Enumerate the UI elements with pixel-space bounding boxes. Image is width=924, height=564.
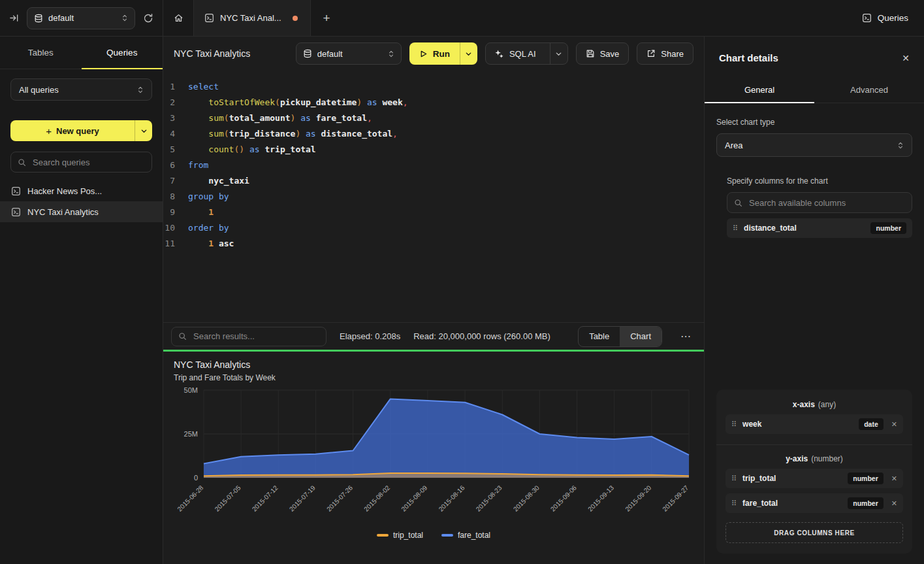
chart-type-select[interactable]: Area: [716, 133, 912, 157]
x-axis-items: ⠿weekdate✕: [725, 414, 903, 434]
legend-label: trip_total: [393, 531, 423, 540]
queries-icon: [862, 13, 872, 23]
query-file-icon: [11, 186, 21, 196]
tab-nyc-taxi-analytics[interactable]: NYC Taxi Anal...: [193, 0, 311, 36]
sql-ai-button[interactable]: SQL AI: [485, 42, 568, 65]
plus-icon: +: [323, 11, 330, 25]
remove-column-icon[interactable]: ✕: [891, 499, 897, 508]
code-text: select: [188, 79, 219, 95]
tab-advanced[interactable]: Advanced: [814, 76, 924, 103]
run-database-select[interactable]: default: [296, 42, 402, 65]
code-line[interactable]: 9 1: [163, 205, 704, 220]
query-list-item[interactable]: Hacker News Pos...: [0, 180, 163, 201]
chart-details-title: Chart details: [719, 52, 778, 63]
svg-text:2015-08-02: 2015-08-02: [362, 484, 391, 512]
sql-ai-label: SQL AI: [509, 49, 536, 59]
code-line[interactable]: 11 1 asc: [163, 236, 704, 252]
code-line[interactable]: 4 sum(trip_distance) as distance_total,: [163, 126, 704, 142]
new-tab-button[interactable]: +: [311, 0, 342, 36]
legend-item[interactable]: fare_total: [441, 531, 490, 540]
queries-button[interactable]: Queries: [862, 13, 908, 23]
elapsed-text: Elapsed: 0.208s: [340, 331, 400, 341]
save-button[interactable]: Save: [576, 42, 629, 65]
results-chart[interactable]: 025M50M2015-06-282015-07-052015-07-12201…: [174, 386, 693, 533]
column-type-badge: number: [870, 222, 906, 234]
remove-column-icon[interactable]: ✕: [891, 474, 897, 483]
new-query-label: New query: [56, 126, 99, 136]
search-results-input[interactable]: [192, 331, 319, 342]
code-line[interactable]: 5 count() as trip_total: [163, 142, 704, 158]
sql-ai-dropdown[interactable]: [550, 43, 567, 64]
svg-text:2015-07-12: 2015-07-12: [251, 484, 279, 512]
chart-details-header: Chart details ✕: [705, 37, 924, 76]
available-column-row[interactable]: ⠿distance_totalnumber: [727, 218, 912, 238]
line-number: 6: [163, 158, 188, 173]
line-number: 7: [163, 173, 188, 189]
columns-label: Specify columns for the chart: [727, 176, 912, 186]
code-line[interactable]: 2 toStartOfWeek(pickup_datetime) as week…: [163, 95, 704, 110]
home-icon: [174, 13, 183, 23]
y-axis-label: y-axis: [786, 454, 808, 463]
home-tab[interactable]: [163, 0, 193, 36]
main-header: NYC Taxi Analytics default: [163, 37, 704, 71]
line-number: 8: [163, 189, 188, 205]
tab-general[interactable]: General: [705, 76, 814, 103]
query-filter-select[interactable]: All queries: [10, 78, 152, 101]
sidebar-tab-queries[interactable]: Queries: [82, 37, 163, 69]
chevron-updown-icon: [121, 14, 128, 22]
search-icon: [734, 199, 742, 207]
new-query-dropdown[interactable]: [135, 120, 152, 141]
new-query-button[interactable]: + New query: [10, 120, 152, 141]
y-axis-column-row[interactable]: ⠿fare_totalnumber✕: [725, 493, 903, 513]
legend-item[interactable]: trip_total: [377, 531, 423, 540]
code-line[interactable]: 7 nyc_taxi: [163, 173, 704, 189]
body-row: Tables Queries All queries + New query: [0, 37, 924, 564]
drag-handle-icon[interactable]: ⠿: [733, 224, 738, 233]
more-options-button[interactable]: ⋯: [675, 330, 696, 342]
topbar-database-value: default: [48, 13, 74, 23]
close-icon[interactable]: ✕: [902, 53, 910, 63]
drag-handle-icon[interactable]: ⠿: [731, 420, 737, 429]
collapse-sidebar-icon[interactable]: [9, 13, 19, 23]
x-axis-column-row[interactable]: ⠿weekdate✕: [725, 414, 903, 434]
share-button[interactable]: Share: [637, 42, 693, 65]
chevron-updown-icon: [137, 86, 144, 94]
run-dropdown[interactable]: [460, 42, 477, 65]
y-axis-column-row[interactable]: ⠿trip_totalnumber✕: [725, 469, 903, 488]
sidebar-tab-tables[interactable]: Tables: [0, 37, 82, 69]
search-queries-input[interactable]: [31, 157, 145, 168]
sidebar-tabs: Tables Queries: [0, 37, 163, 69]
search-columns-input[interactable]: [748, 197, 905, 208]
save-label: Save: [600, 49, 620, 59]
code-line[interactable]: 3 sum(total_amount) as fare_total,: [163, 110, 704, 126]
tabstrip: NYC Taxi Anal... +: [163, 0, 342, 36]
sql-editor[interactable]: 1select2 toStartOfWeek(pickup_datetime) …: [163, 71, 704, 322]
code-line[interactable]: 1select: [163, 79, 704, 95]
run-button[interactable]: Run: [409, 42, 477, 65]
drag-handle-icon[interactable]: ⠿: [731, 474, 737, 483]
svg-text:2015-07-26: 2015-07-26: [325, 484, 354, 512]
topbar-database-select[interactable]: default: [27, 7, 135, 29]
refresh-icon[interactable]: [143, 13, 153, 24]
chart-type-label: Select chart type: [716, 118, 912, 127]
query-list-item[interactable]: NYC Taxi Analytics: [0, 201, 163, 222]
svg-text:2015-09-27: 2015-09-27: [661, 484, 690, 512]
remove-column-icon[interactable]: ✕: [891, 420, 897, 429]
main-panel: NYC Taxi Analytics default: [163, 37, 704, 564]
view-toggle: Table Chart: [578, 326, 662, 347]
view-tab-chart[interactable]: Chart: [620, 327, 661, 346]
svg-text:2015-09-06: 2015-09-06: [549, 484, 578, 512]
line-number: 2: [163, 95, 188, 110]
drag-handle-icon[interactable]: ⠿: [731, 499, 737, 508]
drop-zone[interactable]: DRAG COLUMNS HERE: [725, 522, 903, 543]
code-line[interactable]: 8group by: [163, 189, 704, 205]
code-text: 1 asc: [188, 236, 234, 252]
code-line[interactable]: 6from: [163, 158, 704, 173]
code-line[interactable]: 10order by: [163, 220, 704, 236]
view-tab-table[interactable]: Table: [579, 327, 620, 346]
query-list: Hacker News Pos... NYC Taxi Analytics: [0, 180, 163, 222]
axes-card: x-axis(any) ⠿weekdate✕ y-axis(number) ⠿t…: [716, 390, 912, 554]
database-icon: [303, 49, 312, 58]
svg-text:2015-08-09: 2015-08-09: [400, 484, 428, 512]
topbar-left: default: [0, 0, 163, 36]
